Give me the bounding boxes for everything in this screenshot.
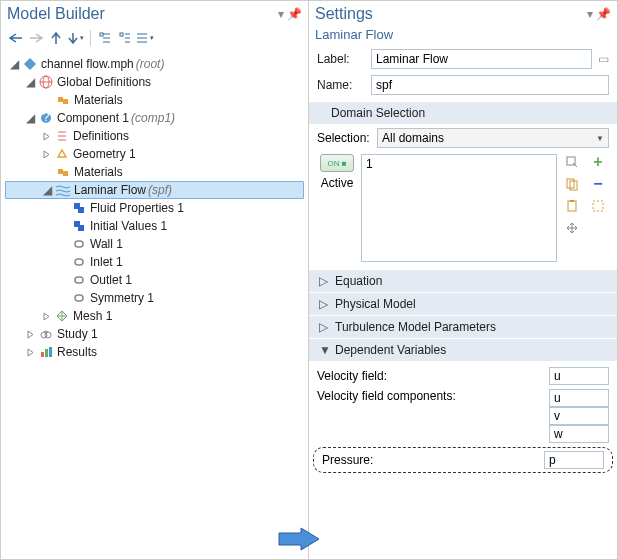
component-icon: ? [38, 110, 54, 126]
move-button[interactable] [563, 220, 581, 236]
svg-point-33 [45, 332, 51, 338]
turbulence-section[interactable]: ▷ Turbulence Model Parameters [309, 316, 617, 338]
svg-marker-11 [24, 58, 36, 70]
pressure-label: Pressure: [322, 453, 544, 467]
materials-icon [55, 164, 71, 180]
tree-expand-icon[interactable] [41, 311, 52, 322]
equation-section[interactable]: ▷ Equation [309, 270, 617, 292]
model-builder-title: Model Builder [7, 5, 278, 23]
tree-expand-icon[interactable] [41, 131, 52, 142]
svg-rect-16 [63, 99, 68, 104]
collapse-button[interactable] [96, 29, 114, 47]
materials-icon [55, 92, 71, 108]
svg-rect-35 [45, 349, 48, 357]
laminar-flow-icon [55, 182, 71, 198]
definitions-icon [54, 128, 70, 144]
pin-icon[interactable]: ▾ 📌 [278, 7, 302, 21]
tree-inlet[interactable]: Inlet 1 [5, 253, 304, 271]
selection-listbox[interactable]: 1 [361, 154, 557, 262]
settings-title: Settings [315, 5, 587, 23]
tree-initial-values[interactable]: Initial Values 1 [5, 217, 304, 235]
svg-rect-22 [58, 169, 63, 174]
name-caption: Name: [317, 78, 365, 92]
velocity-field-input[interactable] [549, 367, 609, 385]
collapse-arrow-icon: ▷ [319, 274, 329, 288]
nav-up-button[interactable] [47, 29, 65, 47]
dependent-variables-section[interactable]: ▼ Dependent Variables [309, 339, 617, 361]
svg-rect-27 [78, 225, 84, 231]
tree-fluid-properties[interactable]: Fluid Properties 1 [5, 199, 304, 217]
model-tree[interactable]: ◢ channel flow.mph (root) ◢ Global Defin… [1, 53, 308, 559]
pin-icon[interactable]: ▾ 📌 [587, 7, 611, 21]
boundary-icon [71, 236, 87, 252]
tree-toggle-icon[interactable]: ◢ [9, 59, 20, 70]
nav-back-button[interactable] [7, 29, 25, 47]
settings-subtitle: Laminar Flow [309, 27, 617, 46]
selection-dropdown[interactable]: All domains ▼ [377, 128, 609, 148]
svg-rect-42 [570, 200, 574, 202]
svg-rect-28 [75, 241, 83, 247]
velocity-field-label: Velocity field: [317, 369, 549, 383]
tree-study[interactable]: Study 1 [5, 325, 304, 343]
svg-rect-30 [75, 277, 83, 283]
paste-button[interactable] [563, 198, 581, 214]
tree-global-materials[interactable]: Materials [5, 91, 304, 109]
add-button[interactable]: + [589, 154, 607, 170]
svg-rect-29 [75, 259, 83, 265]
tree-expand-icon[interactable] [25, 329, 36, 340]
velocity-components-table[interactable]: u v w [549, 389, 609, 443]
svg-rect-4 [120, 33, 123, 36]
svg-text:?: ? [43, 111, 50, 124]
selection-caption: Selection: [317, 131, 373, 145]
tree-geometry[interactable]: Geometry 1 [5, 145, 304, 163]
tree-component[interactable]: ◢ ? Component 1 (comp1) [5, 109, 304, 127]
svg-rect-31 [75, 295, 83, 301]
svg-rect-15 [58, 97, 63, 102]
tree-toggle-icon[interactable]: ◢ [42, 185, 53, 196]
globe-icon [38, 74, 54, 90]
copy-button[interactable] [563, 176, 581, 192]
tree-global-definitions[interactable]: ◢ Global Definitions [5, 73, 304, 91]
geometry-icon [54, 146, 70, 162]
zoom-button[interactable] [563, 154, 581, 170]
nav-down-button[interactable]: ▾ [67, 29, 85, 47]
svg-rect-43 [593, 201, 603, 211]
pressure-input[interactable] [544, 451, 604, 469]
nav-forward-button[interactable] [27, 29, 45, 47]
toggle-selection-button[interactable] [589, 198, 607, 214]
boundary-icon [71, 290, 87, 306]
tree-results[interactable]: Results [5, 343, 304, 361]
show-button[interactable]: ▾ [136, 29, 154, 47]
tree-toggle-icon[interactable]: ◢ [25, 113, 36, 124]
remove-button[interactable]: − [589, 176, 607, 192]
svg-rect-41 [568, 201, 576, 211]
tree-definitions[interactable]: Definitions [5, 127, 304, 145]
velocity-components-label: Velocity field components: [317, 389, 549, 403]
active-label: Active [321, 176, 354, 190]
study-icon [38, 326, 54, 342]
pressure-row-highlight: Pressure: [313, 447, 613, 473]
root-icon [22, 56, 38, 72]
chevron-down-icon: ▼ [596, 134, 604, 143]
tree-symmetry[interactable]: Symmetry 1 [5, 289, 304, 307]
name-input[interactable] [371, 75, 609, 95]
tree-outlet[interactable]: Outlet 1 [5, 271, 304, 289]
tree-comp-materials[interactable]: Materials [5, 163, 304, 181]
tree-expand-icon[interactable] [25, 347, 36, 358]
svg-rect-34 [41, 352, 44, 357]
tree-mesh[interactable]: Mesh 1 [5, 307, 304, 325]
tree-laminar-flow[interactable]: ◢ Laminar Flow (spf) [5, 181, 304, 199]
label-input[interactable] [371, 49, 592, 69]
tag-icon[interactable]: ▭ [598, 52, 609, 66]
tree-expand-icon[interactable] [41, 149, 52, 160]
tree-toggle-icon[interactable]: ◢ [25, 77, 36, 88]
active-toggle[interactable]: ON ■ [320, 154, 354, 172]
model-builder-toolbar: ▾ ▾ [1, 27, 308, 53]
tree-root[interactable]: ◢ channel flow.mph (root) [5, 55, 304, 73]
expand-arrow-icon: ▼ [319, 343, 329, 357]
physical-model-section[interactable]: ▷ Physical Model [309, 293, 617, 315]
svg-rect-36 [49, 347, 52, 357]
expand-button[interactable] [116, 29, 134, 47]
tree-wall[interactable]: Wall 1 [5, 235, 304, 253]
list-item[interactable]: 1 [366, 157, 552, 171]
